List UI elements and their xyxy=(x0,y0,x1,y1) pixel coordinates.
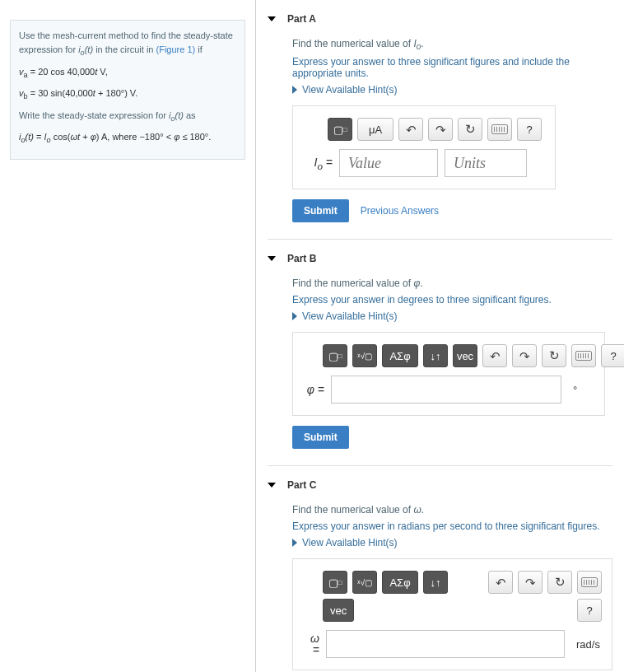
part-a-header[interactable]: Part A xyxy=(268,8,612,30)
part-c-unit-rads: rad/s xyxy=(576,638,600,651)
redo-icon: ↷ xyxy=(525,576,536,589)
vector-button[interactable]: vec xyxy=(323,599,354,622)
template-picker-button[interactable]: ▢□ xyxy=(328,118,352,141)
part-a-value-input[interactable] xyxy=(339,149,438,177)
figure-link[interactable]: (Figure 1) xyxy=(156,44,196,54)
problem-statement: Use the mesh-current method to find the … xyxy=(10,20,245,160)
keyboard-button[interactable] xyxy=(487,118,512,141)
help-button[interactable]: ? xyxy=(577,599,602,622)
part-c-value-input[interactable] xyxy=(326,630,565,658)
part-c-answer-card: ▢□ ᵡ√▢ ΑΣφ ↓↑ ↶ ↷ vec ? ω= xyxy=(292,558,612,670)
part-c-title: Part C xyxy=(287,479,316,491)
chevron-down-icon xyxy=(268,256,276,261)
keyboard-icon xyxy=(581,577,598,587)
keyboard-icon xyxy=(491,124,508,134)
part-b-hints-toggle[interactable]: View Available Hint(s) xyxy=(292,310,612,322)
part-b-header[interactable]: Part B xyxy=(268,248,612,269)
part-a-find: Find the numerical value of Io. xyxy=(292,38,612,51)
keyboard-button[interactable] xyxy=(577,571,602,594)
part-b-submit-button[interactable]: Submit xyxy=(292,426,349,449)
part-b-answer-label: φ = xyxy=(303,383,324,396)
redo-icon: ↷ xyxy=(519,350,530,362)
redo-icon: ↷ xyxy=(435,124,446,136)
redo-button[interactable]: ↷ xyxy=(512,344,537,367)
part-c-instruct: Express your answer in radians per secon… xyxy=(292,520,612,532)
vb-equation: vb = 30 sin(40,000t + 180°) V. xyxy=(19,86,236,102)
redo-button[interactable]: ↷ xyxy=(518,571,543,594)
undo-button[interactable]: ↶ xyxy=(488,571,513,594)
part-a-title: Part A xyxy=(287,13,316,25)
undo-button[interactable]: ↶ xyxy=(398,118,423,141)
chevron-down-icon xyxy=(268,483,276,488)
undo-icon: ↶ xyxy=(406,124,417,136)
undo-icon: ↶ xyxy=(490,350,501,362)
reset-button[interactable] xyxy=(458,118,482,141)
help-button[interactable]: ? xyxy=(517,118,542,141)
va-equation: va = 20 cos 40,000t V, xyxy=(19,65,236,81)
part-b-value-input[interactable] xyxy=(331,376,561,404)
io-equation: io(t) = Io cos(ωt + φ) A, where −180° < … xyxy=(19,130,236,146)
part-b-title: Part B xyxy=(287,253,316,264)
part-b-body: Find the numerical value of φ. Express y… xyxy=(268,269,612,457)
part-a-previous-answers-link[interactable]: Previous Answers xyxy=(361,205,439,217)
part-c-body: Find the numerical value of ω. Express y… xyxy=(268,496,612,672)
sqrt-button[interactable]: ᵡ√▢ xyxy=(352,571,377,594)
reset-icon xyxy=(549,348,560,363)
part-a-instruct: Express your answer to three significant… xyxy=(292,56,612,79)
part-a-units-input[interactable] xyxy=(445,149,527,177)
units-picker-button[interactable]: μA xyxy=(357,118,393,141)
part-a-body: Find the numerical value of Io. Express … xyxy=(268,30,612,231)
part-b-unit-degree: ° xyxy=(573,384,577,396)
redo-button[interactable]: ↷ xyxy=(428,118,453,141)
reset-button[interactable] xyxy=(547,571,572,594)
part-b-answer-card: ▢□ ᵡ√▢ ΑΣφ ↓↑ vec ↶ ↷ ? φ = ° xyxy=(292,332,605,416)
greek-symbols-button[interactable]: ΑΣφ xyxy=(382,344,418,367)
vector-button[interactable]: vec xyxy=(453,344,477,367)
chevron-down-icon xyxy=(268,16,276,21)
part-c-answer-label: ω= xyxy=(303,632,319,656)
template-picker-button[interactable]: ▢□ xyxy=(323,344,347,367)
keyboard-button[interactable] xyxy=(571,344,596,367)
part-a-answer-card: ▢□ μA ↶ ↷ ? Io = xyxy=(292,105,556,189)
part-a-hints-toggle[interactable]: View Available Hint(s) xyxy=(292,84,612,96)
template-picker-button[interactable]: ▢□ xyxy=(323,571,347,594)
io-t-symbol: io(t) xyxy=(78,44,93,54)
undo-icon: ↶ xyxy=(496,576,506,589)
part-c-header[interactable]: Part C xyxy=(268,474,612,496)
part-b-instruct: Express your answer in degrees to three … xyxy=(292,294,612,306)
part-c-hints-toggle[interactable]: View Available Hint(s) xyxy=(292,537,612,548)
subscript-button[interactable]: ↓↑ xyxy=(423,344,448,367)
sqrt-button[interactable]: ᵡ√▢ xyxy=(352,344,377,367)
part-b-find: Find the numerical value of φ. xyxy=(292,278,612,289)
part-a-submit-button[interactable]: Submit xyxy=(292,199,349,222)
reset-icon xyxy=(555,575,566,590)
undo-button[interactable]: ↶ xyxy=(482,344,507,367)
answer-panel: Part A Find the numerical value of Io. E… xyxy=(255,0,624,672)
subscript-button[interactable]: ↓↑ xyxy=(423,571,448,594)
part-a-answer-label: Io = xyxy=(303,156,333,171)
help-button[interactable]: ? xyxy=(601,344,624,367)
keyboard-icon xyxy=(575,351,592,361)
reset-button[interactable] xyxy=(542,344,566,367)
problem-statement-panel: Use the mesh-current method to find the … xyxy=(0,0,255,170)
part-c-find: Find the numerical value of ω. xyxy=(292,504,612,516)
greek-symbols-button[interactable]: ΑΣφ xyxy=(382,571,418,594)
reset-icon xyxy=(465,122,476,137)
